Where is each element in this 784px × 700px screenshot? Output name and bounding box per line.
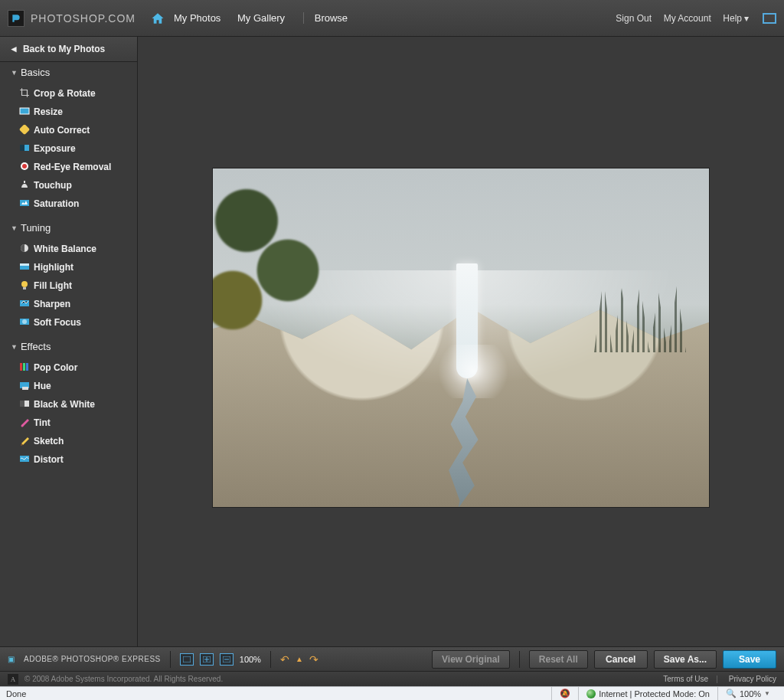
- tool-distort[interactable]: Distort: [0, 450, 137, 469]
- svg-rect-0: [20, 108, 29, 114]
- fit-screen-button[interactable]: [180, 653, 194, 666]
- link-sign-out[interactable]: Sign Out: [616, 13, 652, 24]
- chevron-down-icon: ▼: [764, 690, 770, 697]
- back-label: Back to My Photos: [23, 44, 105, 54]
- status-zone[interactable]: Internet | Protected Mode: On: [578, 687, 717, 700]
- white-balance-icon: [18, 242, 31, 254]
- reset-all-button[interactable]: Reset All: [529, 650, 588, 669]
- wand-icon: [18, 123, 31, 136]
- nav-my-photos[interactable]: My Photos: [174, 12, 220, 24]
- svg-point-15: [22, 319, 27, 324]
- svg-rect-7: [20, 200, 29, 206]
- saturation-icon: [18, 197, 31, 209]
- tool-auto-correct[interactable]: Auto Correct: [0, 121, 137, 139]
- pencil-icon: [18, 434, 31, 446]
- crop-icon: [18, 87, 31, 99]
- bottom-toolbar: ▣ ADOBE® PHOTOSHOP® EXPRESS 100% ↶ ▲ ↷ V…: [0, 646, 784, 671]
- app-label: ADOBE® PHOTOSHOP® EXPRESS: [24, 655, 161, 663]
- back-arrow-icon: ◄: [9, 44, 18, 54]
- tool-resize[interactable]: Resize: [0, 103, 137, 121]
- tool-touchup[interactable]: Touchup: [0, 176, 137, 195]
- top-right: Sign Out My Account Help ▾: [606, 12, 776, 25]
- link-terms[interactable]: Terms of Use: [663, 675, 708, 683]
- section-tuning-label: Tuning: [21, 222, 51, 234]
- status-popup-icon[interactable]: 🔕: [551, 687, 578, 700]
- svg-rect-10: [20, 263, 29, 266]
- hue-icon: [18, 379, 31, 391]
- link-privacy[interactable]: Privacy Policy: [729, 675, 776, 683]
- tool-pop-color[interactable]: Pop Color: [0, 358, 137, 377]
- top-nav: My Photos My Gallery Browse: [174, 12, 361, 24]
- tool-fill-light[interactable]: Fill Light: [0, 276, 137, 295]
- globe-icon: [586, 689, 596, 698]
- svg-rect-16: [20, 363, 22, 371]
- back-to-photos[interactable]: ◄ Back to My Photos: [0, 37, 137, 62]
- link-help[interactable]: Help ▾: [723, 13, 749, 24]
- psx-badge: ▣: [8, 655, 15, 663]
- touchup-icon: [18, 178, 31, 191]
- tool-white-balance[interactable]: White Balance: [0, 240, 137, 258]
- svg-rect-20: [22, 387, 28, 390]
- cancel-button[interactable]: Cancel: [594, 650, 648, 669]
- svg-point-11: [21, 281, 28, 287]
- nav-separator: [303, 12, 304, 24]
- tool-soft-focus[interactable]: Soft Focus: [0, 313, 137, 332]
- tint-icon: [18, 416, 31, 428]
- svg-point-5: [22, 164, 27, 168]
- svg-rect-25: [183, 656, 191, 662]
- tool-sharpen[interactable]: Sharpen: [0, 295, 137, 313]
- section-basics-label: Basics: [21, 67, 50, 78]
- status-zoom[interactable]: 🔍100% ▼: [717, 687, 778, 700]
- tool-sketch[interactable]: Sketch: [0, 432, 137, 450]
- section-effects-label: Effects: [21, 341, 51, 352]
- bw-icon: [18, 397, 31, 410]
- sharpen-icon: [18, 297, 31, 309]
- undo-button[interactable]: ↶: [280, 653, 289, 666]
- tool-hue[interactable]: Hue: [0, 377, 137, 395]
- section-tuning[interactable]: ▼Tuning: [0, 218, 137, 238]
- nav-my-gallery[interactable]: My Gallery: [237, 12, 285, 24]
- tool-red-eye[interactable]: Red-Eye Removal: [0, 158, 137, 176]
- section-basics[interactable]: ▼Basics: [0, 62, 137, 83]
- tool-exposure[interactable]: Exposure: [0, 139, 137, 158]
- distort-icon: [18, 453, 31, 465]
- zoom-out-button[interactable]: [220, 653, 234, 666]
- chevron-down-icon: ▾: [744, 13, 749, 24]
- collapse-icon: ▼: [11, 224, 18, 232]
- tool-saturation[interactable]: Saturation: [0, 195, 137, 213]
- section-effects[interactable]: ▼Effects: [0, 336, 137, 357]
- top-bar: PHOTOSHOP.COM My Photos My Gallery Brows…: [0, 0, 784, 37]
- bulb-icon: [18, 279, 31, 291]
- browser-status-bar: Done 🔕 Internet | Protected Mode: On 🔍10…: [0, 686, 784, 700]
- undo-history-button[interactable]: ▲: [296, 655, 303, 663]
- save-button[interactable]: Save: [723, 650, 776, 669]
- svg-rect-18: [26, 363, 28, 371]
- canvas-area: [138, 37, 784, 646]
- svg-rect-6: [24, 181, 25, 183]
- nav-browse[interactable]: Browse: [315, 12, 348, 24]
- adobe-logo-icon: A: [8, 674, 18, 685]
- svg-rect-22: [20, 401, 24, 407]
- highlight-icon: [18, 260, 31, 273]
- view-original-button[interactable]: View Original: [432, 650, 510, 669]
- save-as-button[interactable]: Save As...: [654, 650, 717, 669]
- svg-rect-24: [20, 456, 29, 462]
- tool-highlight[interactable]: Highlight: [0, 258, 137, 276]
- fullscreen-icon[interactable]: [763, 13, 776, 24]
- zoom-value: 100%: [240, 655, 261, 664]
- main-area: ◄ Back to My Photos ▼Basics Crop & Rotat…: [0, 37, 784, 646]
- tool-black-white[interactable]: Black & White: [0, 395, 137, 414]
- home-icon[interactable]: [151, 11, 165, 25]
- footer-bar: A © 2008 Adobe Systems Incorporated. All…: [0, 671, 784, 686]
- link-my-account[interactable]: My Account: [664, 13, 711, 24]
- brand-label: PHOTOSHOP.COM: [31, 12, 136, 25]
- tool-crop-rotate[interactable]: Crop & Rotate: [0, 84, 137, 103]
- svg-rect-12: [23, 287, 26, 289]
- svg-rect-17: [23, 363, 25, 371]
- redo-button[interactable]: ↷: [309, 653, 318, 666]
- tool-tint[interactable]: Tint: [0, 414, 137, 432]
- svg-rect-3: [20, 145, 24, 151]
- zoom-in-button[interactable]: [200, 653, 214, 666]
- red-eye-icon: [18, 160, 31, 172]
- photo-canvas[interactable]: [213, 168, 709, 507]
